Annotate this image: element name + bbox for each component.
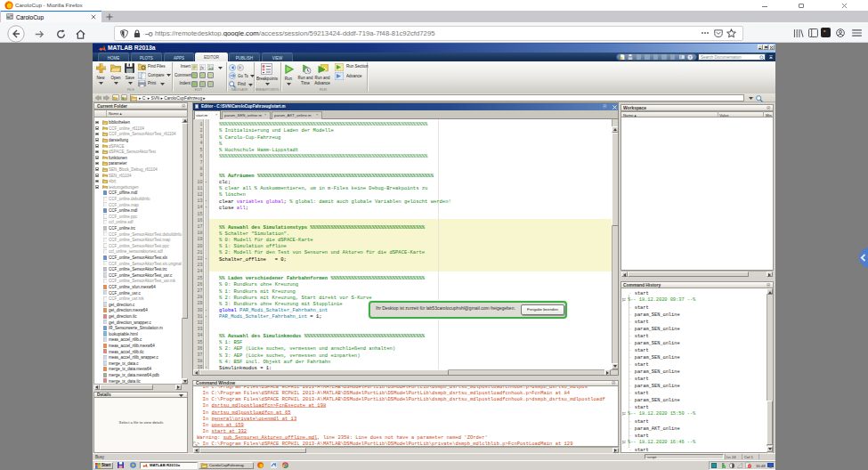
svg-text:fx: fx: [200, 64, 205, 69]
